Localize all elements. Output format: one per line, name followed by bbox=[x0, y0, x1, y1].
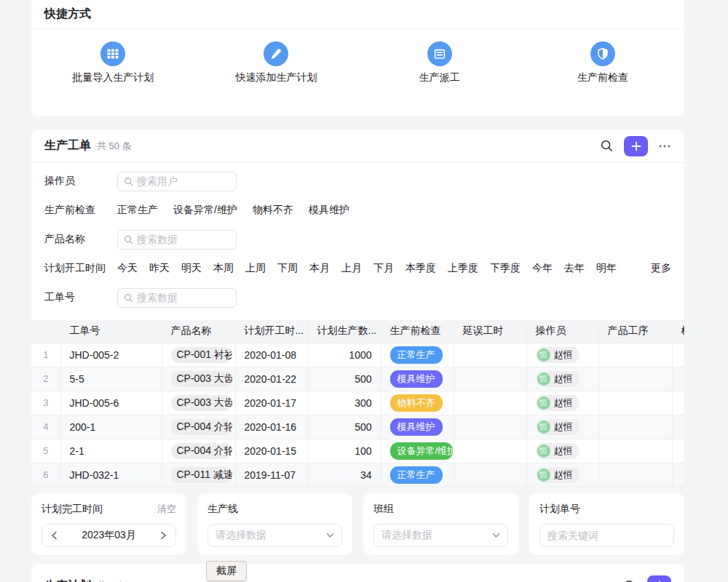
table-row[interactable]: 4 200-1 CP-004 介轮 2020-01-16 500 模具维护 恒赵… bbox=[31, 415, 684, 439]
col-delay: 延误工时 bbox=[454, 320, 526, 343]
process-cell bbox=[598, 367, 672, 391]
table-header-row: 工单号 产品名称 计划开工时... 计划生产数... 生产前检查 延误工时 操作… bbox=[31, 320, 684, 343]
shortcut-dispatch[interactable]: 生产派工 bbox=[358, 29, 521, 116]
col-operator: 操作员 bbox=[526, 320, 598, 343]
date-option[interactable]: 本周 bbox=[213, 262, 234, 275]
avatar: 恒 bbox=[537, 445, 550, 458]
add-work-order-button[interactable] bbox=[624, 136, 648, 156]
product-search-field[interactable] bbox=[137, 234, 224, 245]
chevron-right-icon[interactable] bbox=[159, 530, 168, 541]
more-dates-link[interactable]: 更多 bbox=[651, 262, 671, 275]
date-option[interactable]: 今天 bbox=[117, 262, 138, 275]
screenshot-button[interactable]: 截屏 bbox=[206, 561, 247, 581]
more-menu-icon[interactable] bbox=[658, 144, 671, 148]
plan-no-input[interactable] bbox=[547, 530, 666, 541]
date-option[interactable]: 上周 bbox=[245, 262, 266, 275]
product-pill: CP-003 大齿轮 bbox=[171, 395, 232, 411]
production-line-select[interactable]: 请选择数据 bbox=[207, 524, 342, 547]
operator-name: 赵恒 bbox=[554, 372, 573, 386]
operator-pill: 恒赵恒 bbox=[536, 395, 579, 411]
date-option[interactable]: 明年 bbox=[596, 262, 617, 275]
team-select[interactable]: 请选择数据 bbox=[373, 524, 508, 547]
table-row[interactable]: 3 JHD-005-6 CP-003 大齿轮 2020-01-17 300 物料… bbox=[31, 391, 684, 415]
qty-cell: 500 bbox=[308, 415, 381, 439]
order-no-cell: JHD-005-6 bbox=[60, 391, 162, 415]
operator-search-field[interactable] bbox=[137, 175, 224, 187]
bottom-filter-row: 计划完工时间 清空 2023年03月 生产线 请选择数据 bbox=[31, 493, 728, 555]
status-badge: 正常生产 bbox=[390, 466, 443, 484]
clear-link[interactable]: 清空 bbox=[157, 503, 176, 516]
qty-cell: 500 bbox=[308, 367, 381, 391]
operator-pill: 恒赵恒 bbox=[536, 347, 579, 363]
date-option[interactable]: 今年 bbox=[532, 262, 553, 275]
status-badge: 模具维护 bbox=[390, 370, 443, 388]
plan-no-card: 计划单号 bbox=[529, 493, 684, 555]
finish-time-card: 计划完工时间 清空 2023年03月 bbox=[31, 493, 186, 555]
search-icon[interactable] bbox=[623, 579, 637, 582]
order-no-search-field[interactable] bbox=[137, 292, 224, 303]
filter-product: 产品名称 bbox=[44, 225, 671, 254]
order-no-cell: 5-5 bbox=[60, 367, 162, 391]
product-pill: CP-004 介轮 bbox=[171, 419, 232, 435]
shortcut-batch-import[interactable]: 批量导入生产计划 bbox=[31, 29, 194, 116]
select-placeholder: 请选择数据 bbox=[215, 529, 326, 542]
date-option[interactable]: 下周 bbox=[277, 262, 298, 275]
row-number: 2 bbox=[31, 367, 60, 391]
shortcut-label: 生产前检查 bbox=[577, 71, 628, 84]
date-option[interactable]: 上季度 bbox=[448, 262, 478, 275]
filter-label: 操作员 bbox=[44, 175, 117, 188]
avatar: 恒 bbox=[537, 420, 550, 434]
chevron-left-icon[interactable] bbox=[50, 530, 59, 541]
date-option[interactable]: 本月 bbox=[309, 262, 330, 275]
date-option[interactable]: 去年 bbox=[564, 262, 585, 275]
qty-cell: 300 bbox=[308, 391, 381, 415]
operator-pill: 恒赵恒 bbox=[536, 371, 579, 387]
production-plan-title: 生产计划 bbox=[44, 578, 91, 582]
precheck-option-mold[interactable]: 模具维护 bbox=[309, 204, 349, 217]
date-option[interactable]: 明天 bbox=[181, 262, 202, 275]
add-plan-button[interactable] bbox=[647, 575, 671, 582]
product-pill: CP-004 介轮 bbox=[171, 443, 232, 459]
operator-search-input[interactable] bbox=[117, 172, 237, 191]
team-label: 班组 bbox=[373, 503, 394, 516]
plan-no-input-box[interactable] bbox=[539, 524, 674, 547]
plan-no-label: 计划单号 bbox=[539, 503, 580, 516]
row-number: 6 bbox=[31, 463, 60, 485]
filter-start-time: 计划开工时间 今天 昨天 明天 本周 上周 下周 本月 上月 下月 本季度 上季… bbox=[44, 254, 671, 283]
filter-label: 生产前检查 bbox=[44, 204, 117, 217]
order-no-cell: JHD-032-1 bbox=[60, 463, 162, 485]
month-picker[interactable]: 2023年03月 bbox=[41, 524, 176, 547]
date-option[interactable]: 昨天 bbox=[149, 262, 170, 275]
operator-name: 赵恒 bbox=[554, 445, 573, 458]
table-row[interactable]: 1 JHD-005-2 CP-001 衬衫 2020-01-08 1000 正常… bbox=[31, 343, 684, 367]
filter-label: 工单号 bbox=[44, 291, 117, 304]
shortcut-label: 批量导入生产计划 bbox=[72, 71, 154, 84]
table-row[interactable]: 5 2-1 CP-004 介轮 2020-01-15 100 设备异常/维护 恒… bbox=[31, 439, 684, 463]
status-badge: 模具维护 bbox=[390, 418, 443, 436]
product-search-input[interactable] bbox=[117, 230, 237, 250]
shield-icon bbox=[590, 41, 615, 66]
date-option[interactable]: 下月 bbox=[373, 262, 394, 275]
order-no-search-input[interactable] bbox=[117, 288, 237, 308]
select-placeholder: 请选择数据 bbox=[381, 529, 492, 542]
table-row[interactable]: 2 5-5 CP-003 大齿轮 2020-01-22 500 模具维护 恒赵恒 bbox=[31, 367, 684, 391]
shortcut-quick-add[interactable]: 快速添加生产计划 bbox=[194, 29, 357, 116]
precheck-option-equipment[interactable]: 设备异常/维护 bbox=[173, 204, 237, 217]
precheck-option-normal[interactable]: 正常生产 bbox=[117, 204, 158, 217]
date-option[interactable]: 上月 bbox=[341, 262, 362, 275]
filter-label: 产品名称 bbox=[44, 233, 117, 246]
date-option[interactable]: 本季度 bbox=[405, 262, 436, 275]
search-icon[interactable] bbox=[600, 139, 614, 153]
shortcuts-header: 快捷方式 bbox=[31, 0, 684, 29]
clipboard-icon bbox=[427, 41, 452, 66]
process-cell bbox=[598, 439, 672, 463]
date-option[interactable]: 下季度 bbox=[490, 262, 521, 275]
shortcut-precheck[interactable]: 生产前检查 bbox=[521, 29, 684, 116]
product-pill: CP-011 减速机 bbox=[171, 467, 232, 483]
precheck-option-material[interactable]: 物料不齐 bbox=[253, 204, 293, 217]
month-value[interactable]: 2023年03月 bbox=[82, 529, 136, 542]
start-date-cell: 2019-11-07 bbox=[235, 463, 308, 485]
work-orders-table: 工单号 产品名称 计划开工时... 计划生产数... 生产前检查 延误工时 操作… bbox=[31, 320, 684, 485]
table-row[interactable]: 6 JHD-032-1 CP-011 减速机 2019-11-07 34 正常生… bbox=[31, 463, 684, 485]
delay-cell bbox=[454, 439, 526, 463]
